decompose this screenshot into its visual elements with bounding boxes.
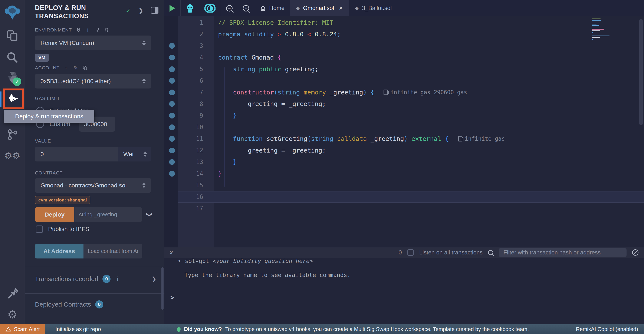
breakpoint-dot[interactable] xyxy=(169,113,175,118)
transactions-count-badge: 0 xyxy=(102,275,110,283)
code-line[interactable]: 10 xyxy=(164,121,644,133)
env-fork-icon[interactable] xyxy=(94,27,100,33)
publish-ipfs-row[interactable]: Publish to IPFS xyxy=(36,226,89,233)
home-tab[interactable]: Home xyxy=(254,5,290,11)
search-icon[interactable] xyxy=(0,47,25,68)
account-select[interactable]: 0x5B3...eddC4 (100 ether) xyxy=(35,74,151,88)
code-line[interactable]: 17 xyxy=(164,203,644,214)
editor-scrollbar[interactable] xyxy=(639,19,643,125)
deployed-contracts-section[interactable]: Deployed Contracts 0 xyxy=(35,300,156,309)
breakpoint-dot[interactable] xyxy=(169,124,175,130)
breakpoint-dot[interactable] xyxy=(169,43,175,49)
panel-chevron-right-icon[interactable]: ❯ xyxy=(138,7,144,14)
code-line[interactable]: 6 xyxy=(164,75,644,87)
deploy-param-input[interactable] xyxy=(74,207,142,222)
breakpoint-dot[interactable] xyxy=(169,66,175,72)
code-line[interactable]: 9 } xyxy=(164,110,644,121)
line-number: 11 xyxy=(178,135,209,142)
code-line[interactable]: 15 xyxy=(164,179,644,191)
account-edit-icon[interactable]: ✎ xyxy=(73,65,78,71)
breakpoint-dot[interactable] xyxy=(169,90,175,95)
value-unit-select[interactable]: Wei xyxy=(118,147,151,161)
breakpoint-dot[interactable] xyxy=(169,136,175,142)
terminal-prompt[interactable]: > xyxy=(170,294,174,301)
deploy-expand-icon[interactable]: ❯ xyxy=(146,212,153,217)
breakpoint-dot[interactable] xyxy=(169,55,175,60)
code-line[interactable]: 5 string public greeting; xyxy=(164,63,644,75)
tab-3-ballot-sol[interactable]: ◆ 3_Ballot.sol xyxy=(349,0,398,16)
code-editor[interactable]: 1// SPDX-License-Identifier: MIT2pragma … xyxy=(164,16,644,264)
panel-scrollbar[interactable] xyxy=(162,267,164,310)
env-info-icon[interactable]: i xyxy=(85,27,91,33)
at-address-button[interactable]: At Address xyxy=(35,244,84,259)
git-icon[interactable] xyxy=(0,124,25,145)
code-line[interactable]: 2pragma solidity >=0.8.0 <=0.8.24; xyxy=(164,28,644,40)
breakpoint-dot[interactable] xyxy=(169,159,175,165)
unit-stepper-icon[interactable] xyxy=(144,151,147,157)
settings-gear-icon[interactable]: ⚙ xyxy=(0,304,25,325)
ai-assistant-button[interactable] xyxy=(180,0,199,16)
breakpoint-dot[interactable] xyxy=(169,78,175,84)
remix-logo[interactable] xyxy=(0,2,25,22)
editor-tabbar: − + Home ◆ Gmonad.sol ✕ ◆ 3_Ballot.sol xyxy=(164,0,644,16)
unit-testing-gears-icon[interactable]: ⚙⚙ xyxy=(0,145,25,166)
terminal-expand-icon[interactable]: » xyxy=(168,251,176,255)
code-line[interactable]: 4contract Gmonad { xyxy=(164,52,644,63)
transactions-recorded-section[interactable]: Transactions recorded 0 i ❯ xyxy=(35,275,156,283)
minimap[interactable] xyxy=(592,18,626,46)
transactions-expand-icon[interactable]: ❯ xyxy=(152,276,156,282)
plugin-manager-icon[interactable] xyxy=(0,284,25,305)
breakpoint-dot[interactable] xyxy=(169,171,175,177)
clear-terminal-icon[interactable] xyxy=(632,249,638,256)
pin-panel-icon[interactable] xyxy=(151,7,158,14)
value-input[interactable] xyxy=(35,147,118,161)
listen-all-checkbox[interactable] xyxy=(408,249,414,256)
publish-ipfs-checkbox[interactable] xyxy=(36,226,43,233)
value-label: VALUE xyxy=(35,138,51,144)
line-number: 15 xyxy=(178,182,209,189)
solidity-compiler-icon[interactable]: ✓ xyxy=(0,67,25,88)
environment-select[interactable]: Remix VM (Cancun) xyxy=(35,35,151,50)
terminal-search-icon[interactable] xyxy=(488,250,493,255)
terminal-filter-input[interactable] xyxy=(499,248,626,257)
line-number: 2 xyxy=(178,31,209,38)
deploy-run-highlight-box[interactable] xyxy=(3,88,24,109)
run-script-button[interactable] xyxy=(164,0,180,16)
zoom-out-button[interactable]: − xyxy=(221,0,238,16)
code-line[interactable]: 16 xyxy=(164,191,644,203)
code-line[interactable]: 11 function setGreeting(string calldata … xyxy=(164,133,644,145)
code-line[interactable]: 3 xyxy=(164,40,644,52)
editor-area: − + Home ◆ Gmonad.sol ✕ ◆ 3_Ballot.sol xyxy=(164,0,644,324)
breakpoint-dot[interactable] xyxy=(169,101,175,107)
code-line[interactable]: 12 greeting = _greeting; xyxy=(164,145,644,156)
close-tab-icon[interactable]: ✕ xyxy=(339,5,343,11)
code-line[interactable]: 1// SPDX-License-Identifier: MIT xyxy=(164,17,644,28)
select-arrows-icon xyxy=(142,78,146,84)
file-explorer-icon[interactable] xyxy=(0,25,25,46)
breakpoint-dot[interactable] xyxy=(169,148,175,153)
account-copy-icon[interactable] xyxy=(82,65,88,71)
line-number: 13 xyxy=(178,158,209,166)
account-add-icon[interactable]: + xyxy=(64,65,69,71)
env-plug-icon[interactable] xyxy=(76,27,81,33)
code-line[interactable]: 7 constructor(string memory _greeting) {… xyxy=(164,87,644,98)
copilot-status[interactable]: RemixAI Copilot (enabled) xyxy=(576,324,638,334)
code-line[interactable]: 13 } xyxy=(164,156,644,168)
contract-label: CONTRACT xyxy=(35,170,62,176)
deploy-button[interactable]: Deploy xyxy=(35,207,74,222)
gas-limit-label: GAS LIMIT xyxy=(35,96,60,101)
at-address-input[interactable] xyxy=(84,244,142,259)
scam-alert-button[interactable]: Scam Alert xyxy=(0,324,45,334)
code-line[interactable]: 14} xyxy=(164,168,644,180)
copilot-toggle[interactable] xyxy=(199,0,221,16)
tab-gmonad-sol[interactable]: ◆ Gmonad.sol ✕ xyxy=(290,0,349,16)
lightbulb-icon xyxy=(177,327,180,331)
zoom-in-button[interactable]: + xyxy=(238,0,254,16)
env-delete-icon[interactable] xyxy=(104,27,110,33)
terminal[interactable]: •sol-gpt <your Solidity question here> T… xyxy=(164,258,644,324)
contract-select[interactable]: Gmonad - contracts/Gmonad.sol xyxy=(35,178,151,193)
git-init-button[interactable]: Initialize as git repo xyxy=(55,324,101,334)
terminal-line: Type the library name to see available c… xyxy=(184,272,350,278)
transactions-info-icon[interactable]: i xyxy=(115,276,120,282)
code-line[interactable]: 8 greeting = _greeting; xyxy=(164,98,644,110)
